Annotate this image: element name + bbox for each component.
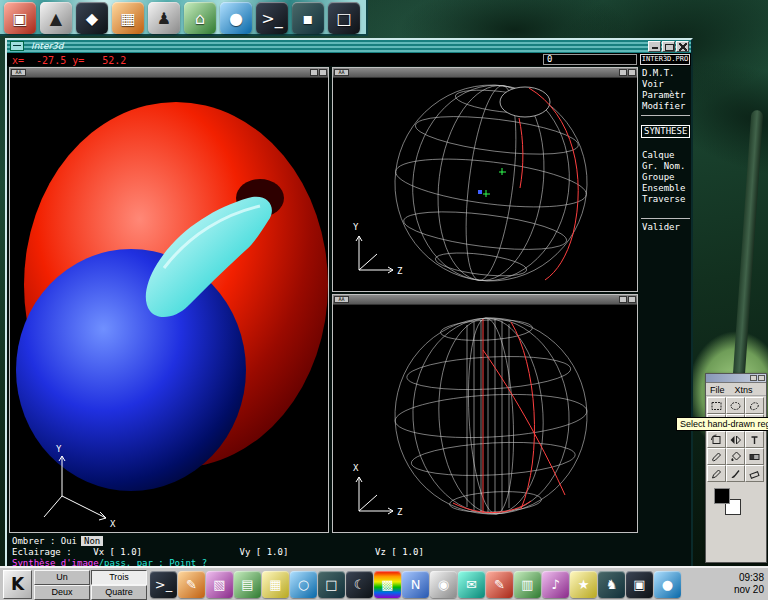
tool-eraser[interactable] — [745, 465, 764, 482]
tool-ellipse-select[interactable] — [726, 397, 745, 414]
browser-icon[interactable]: N — [402, 571, 429, 598]
menu-item-gr-nom[interactable]: Gr. Nom. — [640, 161, 691, 172]
axis-label-x: X — [353, 463, 359, 473]
toolbox-close-button[interactable] — [758, 375, 765, 381]
menu-item-parametr[interactable]: Paramètr — [640, 90, 691, 101]
toolbox-titlebar[interactable] — [706, 374, 766, 383]
launcher-icon[interactable]: ▲ — [40, 2, 72, 34]
window-menu-icon[interactable] — [10, 41, 24, 51]
tool-pencil[interactable] — [707, 465, 726, 482]
terminal-icon[interactable]: >_ — [256, 2, 288, 34]
wireframe-canvas[interactable]: X Z — [333, 305, 637, 532]
menu-item-groupe[interactable]: Groupe — [640, 172, 691, 183]
pager-desktop-quatre[interactable]: Quatre — [91, 585, 147, 600]
tool-flip[interactable] — [726, 431, 745, 448]
menu-item-calque[interactable]: Calque — [640, 150, 691, 161]
editor-icon[interactable]: ✎ — [178, 571, 205, 598]
maximize-button[interactable] — [662, 41, 675, 52]
toolbox-maximize-button[interactable] — [750, 375, 757, 381]
axis-label-z: Z — [397, 507, 403, 517]
pager-desktop-un[interactable]: Un — [34, 570, 90, 585]
pencil-icon[interactable]: ✎ — [486, 571, 513, 598]
menu-item-synthese[interactable]: SYNTHESE — [641, 125, 690, 138]
monitor-icon[interactable]: □ — [328, 2, 360, 34]
tool-blend[interactable] — [745, 448, 764, 465]
icon-glyph: ● — [662, 577, 673, 592]
window-titlebar[interactable]: Inter3d — [7, 40, 691, 53]
viewport-iconify-button[interactable] — [619, 69, 627, 76]
package-icon[interactable]: ▦ — [112, 2, 144, 34]
tool-bucket-fill[interactable] — [726, 448, 745, 465]
axis-label-x: X — [110, 519, 116, 529]
viewport-menu-box[interactable]: AA — [334, 296, 349, 303]
terminal-icon[interactable]: >_ — [150, 571, 177, 598]
shaded-3d-canvas[interactable]: Y X — [10, 78, 328, 532]
palette-icon[interactable]: ▧ — [206, 571, 233, 598]
k-menu-button[interactable]: K — [3, 570, 32, 599]
menu-item-voir[interactable]: Voir — [640, 79, 691, 90]
globe-icon[interactable]: ● — [654, 571, 681, 598]
monitor-icon[interactable]: ▣ — [626, 571, 653, 598]
viewport-zoom-button[interactable] — [628, 69, 636, 76]
color-picker-icon — [710, 451, 723, 463]
mail-icon[interactable]: ✉ — [458, 571, 485, 598]
xtns-menu[interactable]: Xtns — [735, 385, 753, 395]
console-icon[interactable]: ▪ — [292, 2, 324, 34]
file-menu[interactable]: File — [710, 385, 725, 395]
viewport-zoom-button[interactable] — [628, 296, 636, 303]
icon-glyph: ▥ — [521, 577, 533, 592]
icon-glyph: □ — [325, 577, 337, 592]
package-icon[interactable]: ▦ — [262, 571, 289, 598]
icon-glyph: ● — [229, 9, 243, 28]
notes-icon[interactable]: ▥ — [514, 571, 541, 598]
viewport-menu-box[interactable]: AA — [11, 69, 26, 76]
blend-icon — [748, 451, 761, 463]
menu-item-ensemble[interactable]: Ensemble — [640, 183, 691, 194]
viewport-iconify-button[interactable] — [619, 296, 627, 303]
menu-item-traverse[interactable]: Traverse — [640, 194, 691, 205]
night-icon[interactable]: ☾ — [346, 571, 373, 598]
tool-free-select[interactable] — [745, 397, 764, 414]
foreground-color-swatch[interactable] — [714, 488, 730, 504]
viewport-titlebar[interactable]: AA — [10, 68, 328, 78]
axis-triad: Y Z — [353, 222, 403, 276]
book-icon[interactable]: ▤ — [234, 571, 261, 598]
tool-rect-select[interactable] — [707, 397, 726, 414]
eyes-icon[interactable]: ◉ — [430, 571, 457, 598]
icon-glyph: ▲ — [50, 9, 62, 28]
colors-icon[interactable]: ▩ — [374, 571, 401, 598]
search-icon[interactable]: ○ — [290, 571, 317, 598]
pager-desktop-trois[interactable]: Trois — [91, 570, 147, 585]
paintbrush-icon — [729, 468, 742, 480]
display-icon[interactable]: ▣ — [4, 2, 36, 34]
viewport-zoom-button[interactable] — [319, 69, 327, 76]
ombrer-toggle[interactable]: Non — [81, 536, 103, 546]
penguin-icon[interactable]: ♟ — [148, 2, 180, 34]
viewport-titlebar[interactable]: AA — [333, 68, 637, 78]
home-icon[interactable]: ⌂ — [184, 2, 216, 34]
tool-transform[interactable] — [707, 431, 726, 448]
icon-glyph: ▣ — [633, 577, 645, 592]
menu-item-dmt[interactable]: D.M.T. — [640, 68, 691, 79]
coordinate-bar: x= -27.5 y= 52.2 0 INTER3D.PRO — [7, 53, 691, 66]
music-icon[interactable]: ♪ — [542, 571, 569, 598]
viewport-menu-box[interactable]: AA — [334, 69, 349, 76]
menu-item-valider[interactable]: Valider — [640, 222, 691, 233]
minimize-button[interactable] — [648, 41, 661, 52]
viewport-iconify-button[interactable] — [310, 69, 318, 76]
wireframe-canvas[interactable]: Y Z — [333, 78, 637, 291]
tool-text[interactable] — [745, 431, 764, 448]
pager-desktop-deux[interactable]: Deux — [34, 585, 90, 600]
viewport-titlebar[interactable]: AA — [333, 295, 637, 305]
knight-icon[interactable]: ♞ — [598, 571, 625, 598]
apps-icon[interactable]: ◆ — [76, 2, 108, 34]
menu-item-modifier[interactable]: Modifier — [640, 101, 691, 112]
tool-color-picker[interactable] — [707, 448, 726, 465]
display-icon[interactable]: □ — [318, 571, 345, 598]
value-field[interactable]: 0 — [543, 54, 637, 65]
tool-paintbrush[interactable] — [726, 465, 745, 482]
clock-date: nov 20 — [702, 584, 764, 596]
star-icon[interactable]: ★ — [570, 571, 597, 598]
close-button[interactable] — [676, 41, 689, 52]
globe-icon[interactable]: ● — [220, 2, 252, 34]
